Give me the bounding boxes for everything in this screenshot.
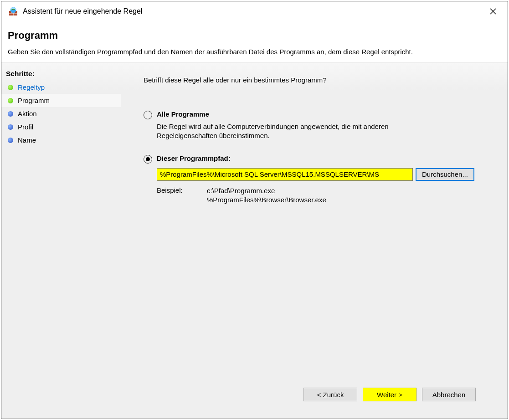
body-area: Schritte: Regeltyp Programm Aktion Profi…: [1, 62, 508, 419]
radio-all-desc: Die Regel wird auf alle Computerverbindu…: [157, 122, 421, 141]
firewall-icon: [9, 7, 18, 16]
step-profil[interactable]: Profil: [1, 120, 121, 133]
radio-path-label: Dieser Programmpfad:: [157, 154, 231, 162]
step-aktion[interactable]: Aktion: [1, 107, 121, 120]
bullet-icon: [8, 138, 13, 143]
header-area: Programm Geben Sie den vollständigen Pro…: [1, 21, 508, 62]
step-regeltyp[interactable]: Regeltyp: [1, 81, 121, 94]
step-programm[interactable]: Programm: [1, 94, 121, 107]
radio-program-path[interactable]: Dieser Programmpfad:: [144, 154, 489, 164]
step-label: Regeltyp: [18, 83, 45, 91]
step-label: Profil: [18, 123, 33, 131]
program-path-input[interactable]: [157, 168, 413, 181]
bullet-icon: [8, 98, 13, 103]
wizard-window: Assistent für neue eingehende Regel Prog…: [1, 1, 508, 419]
page-title: Programm: [8, 30, 501, 41]
next-button[interactable]: Weiter >: [363, 388, 416, 401]
bullet-icon: [8, 124, 13, 130]
window-title: Assistent für neue eingehende Regel: [23, 7, 484, 15]
wizard-footer: < Zurück Weiter > Abbrechen: [144, 381, 489, 410]
bullet-icon: [8, 111, 13, 117]
sidebar: Schritte: Regeltyp Programm Aktion Profi…: [1, 62, 121, 419]
question-text: Betrifft diese Regel alle oder nur ein b…: [144, 76, 489, 84]
content-area: Betrifft diese Regel alle oder nur ein b…: [121, 62, 508, 419]
step-label: Programm: [18, 97, 50, 104]
step-label: Name: [18, 136, 36, 144]
bullet-icon: [8, 85, 13, 90]
radio-all-label: Alle Programme: [157, 110, 209, 118]
cancel-button[interactable]: Abbrechen: [422, 388, 476, 401]
sidebar-heading: Schritte:: [1, 66, 121, 81]
radio-all-programs[interactable]: Alle Programme: [144, 110, 489, 119]
page-subtitle: Geben Sie den vollständigen Programmpfad…: [8, 48, 501, 56]
step-name[interactable]: Name: [1, 133, 121, 147]
close-button[interactable]: [484, 2, 502, 20]
step-label: Aktion: [18, 110, 37, 118]
browse-button[interactable]: Durchsuchen...: [416, 168, 474, 181]
radio-icon[interactable]: [144, 155, 152, 164]
example-label: Beispiel:: [157, 186, 207, 205]
back-button[interactable]: < Zurück: [303, 388, 357, 401]
radio-icon[interactable]: [144, 111, 152, 119]
close-icon: [490, 8, 496, 15]
titlebar: Assistent für neue eingehende Regel: [1, 1, 508, 21]
example-text: c:\Pfad\Programm.exe %ProgramFiles%\Brow…: [207, 186, 326, 205]
